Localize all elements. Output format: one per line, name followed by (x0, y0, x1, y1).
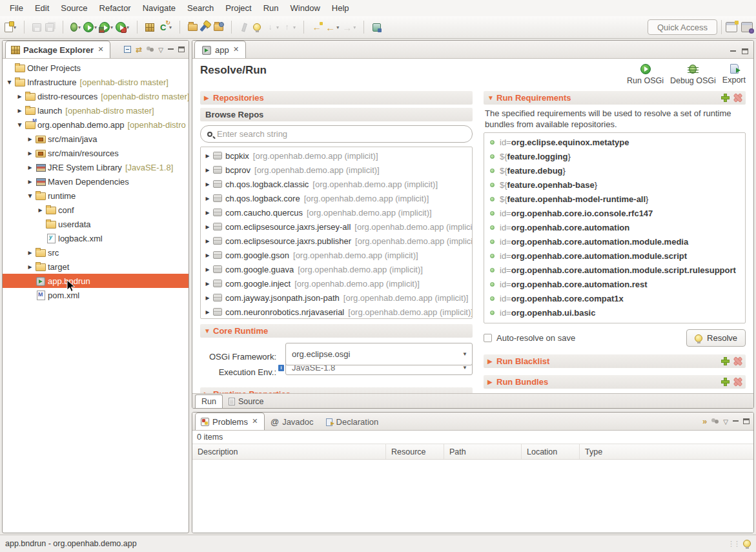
section-run-blacklist[interactable]: ▶ Run Blacklist (484, 354, 746, 368)
repo-bundle-row[interactable]: com.google.guava [org.openhab.demo.app (… (201, 262, 472, 276)
toolbar-button[interactable]: ▾ (238, 19, 250, 36)
toolbar-button[interactable]: ▾ (186, 19, 199, 36)
toolbar-button[interactable]: ▾ (17, 19, 30, 36)
tree-item[interactable]: JRE System Library [JavaSE-1.8] (3, 160, 189, 174)
tab-javadoc[interactable]: @ Javadoc (265, 413, 320, 430)
add-bundle-icon[interactable] (721, 378, 730, 386)
tree-expander-icon[interactable] (15, 120, 24, 129)
tree-item[interactable]: Other Projects (3, 61, 189, 75)
chevron-down-icon[interactable]: ▼ (462, 365, 467, 371)
minimize-icon[interactable] (168, 48, 174, 50)
search-input[interactable] (217, 129, 465, 139)
tree-expander-icon[interactable] (26, 134, 34, 143)
repo-bundle-row[interactable]: com.eclipsesource.jaxrs.publisher [org.o… (201, 234, 472, 248)
requirement-row[interactable]: id= org.openhab.core.automation.module.s… (484, 263, 745, 277)
link-with-editor-icon[interactable] (136, 43, 142, 55)
tree-expander-icon[interactable] (203, 236, 212, 245)
tree-expander-icon[interactable] (26, 177, 34, 186)
menu-item[interactable]: Refactor (94, 0, 137, 16)
toolbar-button[interactable]: ▾ (323, 19, 340, 36)
toolbar-button[interactable]: ▾ (263, 19, 280, 36)
close-icon[interactable]: ✕ (251, 418, 259, 425)
menu-item[interactable]: Project (220, 0, 257, 16)
remove-bundle-icon[interactable] (733, 378, 742, 386)
toolbar-button[interactable]: ▾ (156, 19, 173, 36)
tab-app-bndrun[interactable]: app ✕ (194, 41, 246, 58)
tree-expander-icon[interactable] (203, 151, 212, 160)
requirement-row[interactable]: id= org.openhab.core.compat1x (484, 291, 745, 305)
tree-item[interactable]: launch [openhab-distro master] (3, 103, 189, 118)
repo-bundle-row[interactable]: ch.qos.logback.core [org.openhab.demo.ap… (201, 191, 472, 205)
editor-action-button[interactable]: Debug OSGi (670, 64, 716, 85)
toolbar-button[interactable]: ▾ (3, 19, 17, 36)
filter-icon[interactable] (702, 415, 707, 427)
tree-item[interactable]: Maven Dependencies (3, 174, 189, 189)
editor-action-button[interactable]: Export (722, 64, 746, 85)
remove-blacklist-icon[interactable] (733, 357, 742, 365)
requirement-row[interactable]: id= org.openhab.core.automation.rest (484, 277, 745, 291)
open-perspective-icon[interactable] (726, 22, 737, 32)
requirement-row[interactable]: id= org.openhab.core.automation.module.s… (484, 249, 745, 263)
tree-expander-icon[interactable] (203, 293, 212, 302)
repo-bundle-row[interactable]: com.eclipsesource.jaxrs.jersey-all [org.… (201, 220, 472, 234)
requirement-row[interactable]: ${ feature.debug } (484, 163, 745, 178)
tab-declaration[interactable]: Declaration (320, 413, 385, 430)
toolbar-button[interactable]: ▾ (98, 19, 114, 36)
tab-package-explorer[interactable]: Package Explorer ✕ (5, 41, 110, 58)
add-blacklist-icon[interactable] (721, 357, 730, 365)
section-core-runtime[interactable]: ▼ Core Runtime (200, 324, 473, 338)
dropdown-arrow-icon[interactable]: ▾ (127, 25, 129, 30)
menu-item[interactable]: Help (326, 0, 355, 16)
toolbar-button[interactable]: ▾ (56, 19, 69, 36)
tree-expander-icon[interactable] (15, 92, 24, 101)
toolbar-button[interactable]: ▾ (225, 19, 238, 36)
close-icon[interactable]: ✕ (232, 46, 240, 54)
toolbar-button[interactable]: ▾ (280, 19, 297, 36)
requirement-row[interactable]: id= org.openhab.ui.paper (484, 320, 745, 323)
column-path[interactable]: Path (444, 444, 522, 459)
toolbar-button[interactable]: ▾ (357, 19, 370, 36)
tree-item[interactable]: conf (3, 203, 189, 217)
requirement-row[interactable]: id= org.eclipse.equinox.metatype (484, 135, 745, 149)
chevron-down-icon[interactable]: ▼ (462, 351, 467, 357)
tree-item[interactable]: app.bndrun (3, 274, 189, 288)
tree-expander-icon[interactable] (203, 265, 212, 274)
dropdown-arrow-icon[interactable]: ▾ (353, 25, 356, 30)
repo-bundle-row[interactable]: com.caucho.quercus [org.openhab.demo.app… (201, 205, 472, 220)
toolbar-button[interactable]: ▾ (340, 19, 357, 36)
tree-item[interactable]: logback.xml (3, 231, 189, 245)
toolbar-button[interactable]: ▾ (199, 19, 212, 36)
section-run-bundles[interactable]: ▶ Run Bundles (484, 375, 746, 389)
focus-on-active-task-icon[interactable] (147, 46, 154, 52)
toolbar-button[interactable]: ▾ (69, 19, 82, 36)
dropdown-arrow-icon[interactable]: ▾ (110, 25, 113, 30)
requirement-row[interactable]: id= org.openhab.core.io.console.rfc147 (484, 206, 745, 220)
menu-item[interactable]: Run (258, 0, 285, 16)
auto-resolve-checkbox[interactable] (484, 334, 492, 342)
menu-item[interactable]: Window (285, 0, 326, 16)
quick-access-box[interactable]: Quick Access (648, 19, 717, 35)
tab-source[interactable]: Source (223, 394, 270, 408)
dropdown-arrow-icon[interactable]: ▾ (336, 25, 339, 30)
toolbar-button[interactable]: ▾ (173, 19, 186, 36)
tree-expander-icon[interactable] (36, 205, 45, 214)
tree-expander-icon[interactable] (203, 165, 212, 174)
tree-expander-icon[interactable] (26, 148, 34, 158)
toolbar-button[interactable]: ▾ (114, 19, 130, 36)
minimize-icon[interactable] (733, 420, 739, 422)
toolbar-button[interactable]: ▾ (143, 19, 156, 36)
section-runtime-properties[interactable]: ▶ Runtime Properties (200, 387, 473, 393)
close-icon[interactable]: ✕ (97, 46, 105, 54)
maximize-icon[interactable] (742, 48, 748, 54)
tree-item[interactable]: runtime (3, 189, 189, 203)
tree-item[interactable]: target (3, 260, 189, 274)
toolbar-button[interactable]: ▾ (212, 19, 225, 36)
view-menu-icon[interactable] (723, 415, 728, 427)
minimize-icon[interactable] (730, 50, 736, 52)
column-description[interactable]: Description (192, 444, 386, 459)
tree-expander-icon[interactable] (203, 279, 212, 288)
java-perspective-icon[interactable] (741, 22, 753, 32)
tab-run[interactable]: Run (195, 394, 223, 408)
repo-bundle-row[interactable]: com.google.inject [org.openhab.demo.app … (201, 276, 472, 291)
section-run-requirements[interactable]: ▼ Run Requirements (484, 91, 746, 105)
